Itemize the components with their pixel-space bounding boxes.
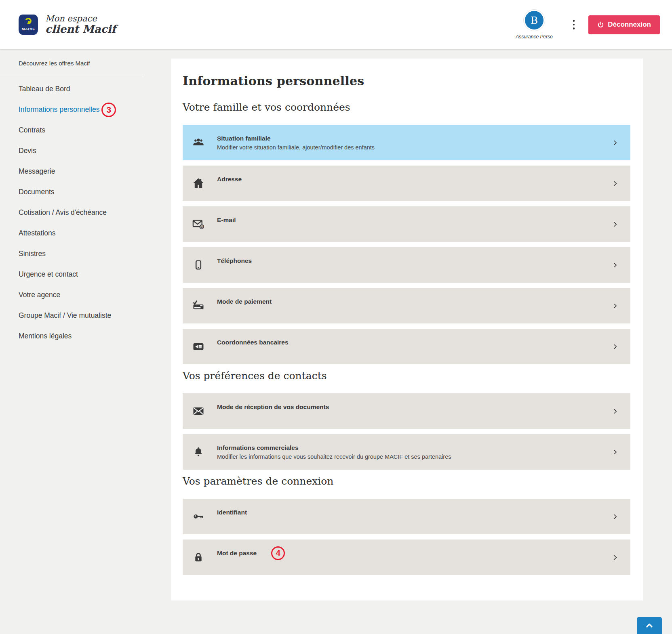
sidebar: Découvrez les offres Macif Tableau de Bo… xyxy=(0,49,158,353)
row-situation-familiale[interactable]: Situation familiale Modifier votre situa… xyxy=(183,125,630,160)
main-area: Informations personnelles Votre famille … xyxy=(158,49,672,600)
family-icon xyxy=(191,136,206,149)
settings-section: Vos paramètres de connexion Identifiant … xyxy=(183,475,630,575)
content-card: Informations personnelles Votre famille … xyxy=(171,59,643,600)
page-title: Informations personnelles xyxy=(183,74,630,88)
sidebar-item-devis[interactable]: Devis xyxy=(19,147,158,155)
user-profile: B Assurance Perso xyxy=(516,10,552,40)
sidebar-item-groupe-macif-vie-mutualiste[interactable]: Groupe Macif / Vie mutualiste xyxy=(19,311,158,320)
sidebar-item-mentions-legales[interactable]: Mentions légales xyxy=(19,332,158,340)
chevron-right-icon xyxy=(612,554,618,561)
sidebar-nav: Tableau de Bord Informations personnelle… xyxy=(0,75,158,340)
sidebar-item-urgence-et-contact[interactable]: Urgence et contact xyxy=(19,270,158,279)
chevron-right-icon xyxy=(612,221,618,227)
bank-card-icon xyxy=(191,340,206,353)
row-telephones[interactable]: Téléphones xyxy=(183,247,630,283)
macif-swirl-icon xyxy=(23,17,33,26)
step-annotation-circle: 4 xyxy=(271,546,285,560)
row-informations-commerciales[interactable]: Informations commerciales Modifier les i… xyxy=(183,434,630,470)
macif-logo-home-link[interactable]: MACIF Mon espace client Macif xyxy=(19,14,116,36)
row-adresse[interactable]: Adresse xyxy=(183,166,630,201)
sidebar-item-cotisation-avis-echeance[interactable]: Cotisation / Avis d'échéance xyxy=(19,208,158,217)
scroll-to-top-button[interactable] xyxy=(637,617,662,634)
payment-check-icon xyxy=(191,300,206,312)
user-avatar[interactable]: B xyxy=(524,10,545,31)
smartphone-icon xyxy=(191,258,206,271)
settings-section: Vos préférences de contacts Mode de réce… xyxy=(183,370,630,470)
sections: Votre famille et vos coordonnées Situati… xyxy=(183,101,630,575)
header-actions: B Assurance Perso Déconnexion xyxy=(516,10,660,40)
power-icon xyxy=(597,21,604,28)
sidebar-item-sinistres[interactable]: Sinistres xyxy=(19,250,158,258)
logout-label: Déconnexion xyxy=(608,21,651,29)
row-email[interactable]: @ E-mail xyxy=(183,206,630,242)
row-mode-de-reception[interactable]: Mode de réception de vos documents xyxy=(183,393,630,429)
email-at-icon: @ xyxy=(191,218,206,230)
account-type-label: Assurance Perso xyxy=(516,34,552,40)
svg-text:@: @ xyxy=(200,225,204,229)
chevron-up-icon xyxy=(645,621,654,630)
sidebar-item-contrats[interactable]: Contrats xyxy=(19,126,158,134)
sidebar-offers-link[interactable]: Découvrez les offres Macif xyxy=(0,60,158,75)
step-annotation-circle: 3 xyxy=(101,103,116,117)
sidebar-item-votre-agence[interactable]: Votre agence xyxy=(19,291,158,299)
chevron-right-icon xyxy=(612,140,618,146)
chevron-right-icon xyxy=(612,262,618,268)
app-title-line2: client Macif xyxy=(45,23,116,36)
sidebar-item-documents[interactable]: Documents xyxy=(19,188,158,196)
mail-envelope-icon xyxy=(191,405,206,417)
chevron-right-icon xyxy=(612,344,618,350)
lock-icon xyxy=(191,551,206,564)
sidebar-item-messagerie[interactable]: Messagerie xyxy=(19,167,158,176)
app-title-line1: Mon espace xyxy=(45,14,116,23)
row-identifiant[interactable]: Identifiant xyxy=(183,499,630,534)
chevron-right-icon xyxy=(612,408,618,414)
sidebar-item-attestations[interactable]: Attestations xyxy=(19,229,158,237)
bell-icon xyxy=(191,445,206,458)
chevron-right-icon xyxy=(612,303,618,309)
overflow-menu-button[interactable] xyxy=(570,17,578,33)
chevron-right-icon xyxy=(612,449,618,455)
row-coordonnees-bancaires[interactable]: Coordonnées bancaires xyxy=(183,329,630,364)
key-icon xyxy=(191,511,206,522)
settings-section: Votre famille et vos coordonnées Situati… xyxy=(183,101,630,364)
logout-button[interactable]: Déconnexion xyxy=(588,15,660,34)
sidebar-item-informations-personnelles[interactable]: Informations personnelles 3 xyxy=(19,105,158,114)
app-title: Mon espace client Macif xyxy=(45,14,116,36)
row-mode-de-paiement[interactable]: Mode de paiement xyxy=(183,288,630,323)
row-mot-de-passe[interactable]: Mot de passe 4 xyxy=(183,540,630,575)
chevron-right-icon xyxy=(612,514,618,520)
home-icon xyxy=(191,177,206,190)
logo-text: MACIF xyxy=(21,27,35,31)
macif-logo-icon: MACIF xyxy=(19,15,38,35)
chevron-right-icon xyxy=(612,181,618,187)
app-header: MACIF Mon espace client Macif B Assuranc… xyxy=(0,0,672,49)
sidebar-item-tableau-de-bord[interactable]: Tableau de Bord xyxy=(19,85,158,93)
